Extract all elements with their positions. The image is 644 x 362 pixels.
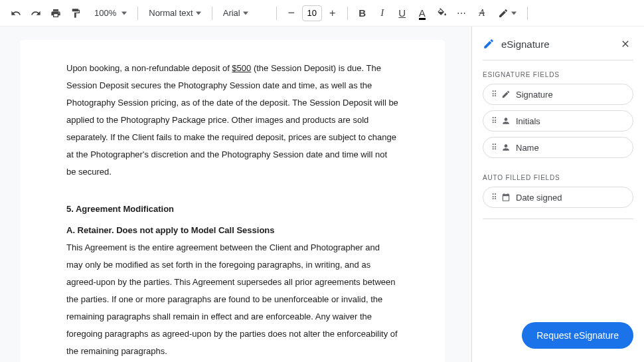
paragraph: Upon booking, a non-refundable deposit o… [66,60,398,181]
undo-button[interactable] [7,4,25,23]
calendar-icon [501,193,511,202]
underline-button[interactable]: U [393,4,412,23]
grip-icon: ⠿ [491,90,496,99]
pen-icon [483,38,495,50]
editing-mode-select[interactable] [493,4,522,23]
document-area[interactable]: Upon booking, a non-refundable deposit o… [0,27,471,362]
autofilled-section-label: AUTO FILLED FIELDS [483,174,633,181]
paint-format-button[interactable] [66,4,85,23]
document-page: Upon booking, a non-refundable deposit o… [20,40,445,362]
subsection-heading: A. Retainer. Does not apply to Model Cal… [66,222,398,239]
paragraph-style-select[interactable]: Normal text [143,4,206,23]
divider [527,7,528,20]
grip-icon: ⠿ [491,193,496,202]
toolbar: 100% Normal text Arial − + B I U A ⋯ A [0,0,644,27]
divider [212,7,212,20]
field-label: Date signed [516,193,562,203]
person-icon [501,116,511,126]
close-icon [620,39,631,49]
divider [137,7,138,20]
divider [347,7,348,20]
italic-button[interactable]: I [373,4,392,23]
field-date-signed[interactable]: ⠿ Date signed [483,187,633,208]
field-name[interactable]: ⠿ Name [483,137,633,158]
field-label: Signature [516,90,553,100]
bold-button[interactable]: B [353,4,372,23]
esignature-sidebar: eSignature ESIGNATURE FIELDS ⠿ Signature… [471,27,644,362]
sidebar-title: eSignature [501,39,611,50]
person-icon [501,143,511,152]
zoom-select[interactable]: 100% [86,4,132,23]
grip-icon: ⠿ [491,143,496,152]
field-label: Name [516,143,539,153]
field-label: Initials [516,116,540,126]
font-size-input-wrap [302,5,322,21]
pen-icon [501,90,511,99]
highlight-color-button[interactable] [433,4,451,23]
font-family-select[interactable]: Arial [218,4,271,23]
grip-icon: ⠿ [491,116,496,126]
text-color-button[interactable]: A [413,4,432,23]
clear-format-button[interactable]: A [473,4,491,23]
fields-section-label: ESIGNATURE FIELDS [483,71,633,78]
font-size-increase-button[interactable]: + [323,4,342,23]
print-button[interactable] [46,4,65,23]
more-options-button[interactable]: ⋯ [453,4,471,23]
field-initials[interactable]: ⠿ Initials [483,110,633,132]
font-size-input[interactable] [303,8,321,18]
section-heading: 5. Agreement Modification [66,201,398,218]
redo-button[interactable] [27,4,45,23]
field-signature[interactable]: ⠿ Signature [483,84,633,105]
font-size-decrease-button[interactable]: − [282,4,301,23]
divider [483,219,633,219]
close-button[interactable] [617,36,633,52]
paragraph: This Agreement is the entire agreement b… [66,239,398,360]
divider [276,7,277,20]
request-esignature-button[interactable]: Request eSignature [522,322,633,349]
